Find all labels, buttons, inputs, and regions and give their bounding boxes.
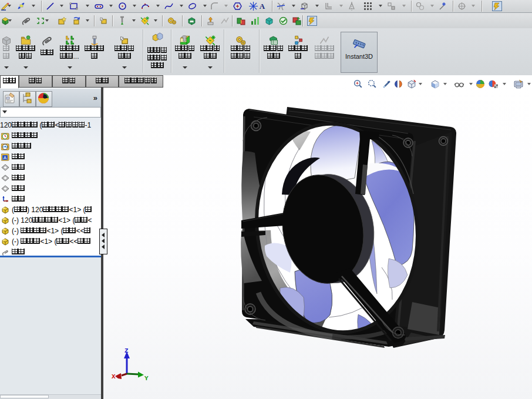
svg-text:A: A: [260, 2, 265, 11]
svg-text:A: A: [4, 155, 7, 160]
